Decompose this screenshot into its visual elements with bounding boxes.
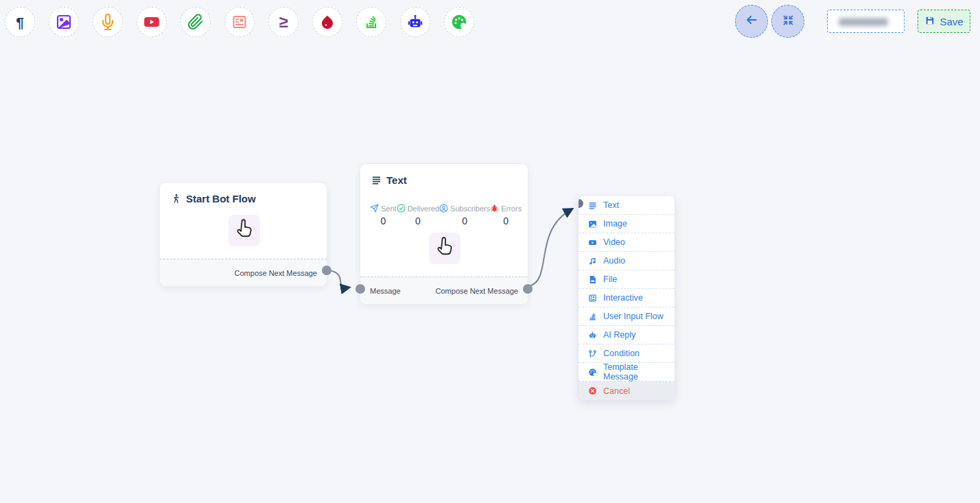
menu-item-label: Image: [603, 219, 627, 229]
greater-equal-icon: ≥: [279, 14, 288, 30]
text-node-header: Text: [360, 164, 528, 186]
user-input-flow-icon: [588, 312, 597, 321]
text-node-footer: Message Compose Next Message: [360, 277, 528, 304]
edge-start-to-text[interactable]: [329, 270, 349, 288]
condition-icon: [588, 349, 597, 358]
menu-item-label: Video: [603, 237, 625, 247]
user-circle-icon: [439, 204, 448, 213]
menu-item-label: Text: [603, 200, 619, 210]
edge-text-to-menu[interactable]: [529, 209, 572, 286]
menu-item-image[interactable]: Image: [579, 215, 675, 233]
video-icon: [588, 238, 597, 247]
start-node-title: Start Bot Flow: [186, 193, 256, 204]
stat-errors: Errors 0: [490, 204, 522, 226]
menu-item-file[interactable]: File: [579, 270, 675, 289]
newspaper-icon: [231, 14, 248, 30]
text-lines-icon: [588, 201, 597, 210]
back-button[interactable]: [735, 5, 768, 38]
droplet-icon: [319, 14, 336, 30]
toolbar-text-button[interactable]: ¶: [5, 7, 35, 37]
stat-sent: Sent 0: [370, 204, 397, 226]
toolbar-image-button[interactable]: [49, 7, 79, 37]
toolbar-user-input-flow-button[interactable]: [356, 7, 386, 37]
text-node[interactable]: Text Sent 0 Delivered 0: [360, 163, 528, 305]
palette-icon: [450, 13, 468, 31]
compress-icon: [782, 14, 794, 29]
stat-subscribers: Subscribers 0: [439, 204, 490, 226]
menu-item-interactive[interactable]: Interactive: [579, 289, 675, 307]
text-lines-icon: [371, 175, 382, 185]
menu-item-text[interactable]: Text: [579, 196, 675, 215]
menu-item-condition[interactable]: Condition: [579, 344, 675, 363]
menu-item-label: Cancel: [603, 386, 630, 396]
robot-icon: [406, 13, 424, 31]
paperclip-icon: [187, 14, 204, 30]
menu-item-audio[interactable]: Audio: [579, 252, 675, 270]
menu-item-label: File: [603, 274, 617, 284]
arrow-left-icon: [745, 13, 758, 30]
start-node-header: Start Bot Flow: [160, 183, 327, 204]
floppy-disk-icon: [924, 15, 935, 28]
text-input-label: Message: [370, 287, 401, 295]
ai-reply-icon: [588, 331, 597, 340]
drag-handle[interactable]: [429, 233, 460, 264]
menu-item-label: Condition: [603, 349, 640, 358]
stat-delivered-label: Delivered: [408, 204, 439, 213]
hand-pointer-icon: [234, 218, 255, 243]
fit-view-button[interactable]: [771, 5, 804, 38]
text-output-label: Compose Next Message: [436, 287, 518, 295]
walking-person-icon: [171, 193, 181, 204]
stat-delivered-value: 0: [415, 215, 421, 226]
text-node-title: Text: [386, 174, 407, 186]
start-output-handle[interactable]: [322, 266, 331, 275]
check-circle-icon: [397, 204, 406, 213]
stat-sent-value: 0: [380, 215, 386, 226]
file-icon: [588, 275, 597, 284]
toolbar-drip-button[interactable]: [312, 7, 342, 37]
add-node-context-menu: Text Image Video Audio File Interactive: [579, 196, 675, 400]
flow-name-redacted: [839, 18, 888, 26]
menu-item-label: Audio: [603, 256, 625, 266]
menu-item-ai-reply[interactable]: AI Reply: [579, 326, 675, 344]
menu-item-template-message[interactable]: Template Message: [579, 363, 675, 382]
start-node-footer: Compose Next Message: [160, 259, 327, 286]
menu-item-label: Template Message: [603, 362, 665, 382]
toolbar-template-message-button[interactable]: [444, 7, 474, 37]
stat-subscribers-label: Subscribers: [450, 204, 490, 213]
flow-name-input[interactable]: [827, 10, 905, 33]
menu-item-video[interactable]: Video: [579, 233, 675, 252]
toolbar-file-button[interactable]: [180, 7, 211, 37]
text-input-handle[interactable]: [355, 284, 365, 294]
stat-subscribers-value: 0: [462, 215, 467, 226]
stat-delivered: Delivered 0: [397, 204, 439, 226]
image-icon: [56, 14, 72, 30]
cancel-icon: [588, 386, 597, 395]
save-button[interactable]: Save: [918, 10, 970, 33]
text-output-handle[interactable]: [523, 284, 533, 294]
stat-errors-value: 0: [503, 215, 509, 226]
drag-handle[interactable]: [229, 215, 260, 246]
youtube-icon: [143, 13, 161, 31]
menu-item-cancel[interactable]: Cancel: [579, 382, 675, 400]
menu-item-user-input-flow[interactable]: User Input Flow: [579, 307, 675, 326]
stat-errors-label: Errors: [501, 204, 522, 213]
pilcrow-icon: ¶: [16, 15, 24, 30]
toolbar-video-button[interactable]: [137, 7, 167, 37]
save-button-label: Save: [940, 16, 963, 27]
toolbar-audio-button[interactable]: [93, 7, 123, 37]
menu-item-label: AI Reply: [603, 330, 635, 340]
bug-icon: [490, 204, 499, 213]
toolbar-condition-button[interactable]: ≥: [268, 7, 299, 37]
hand-pointer-icon: [434, 236, 455, 261]
interactive-icon: [588, 294, 597, 303]
toolbar-ai-reply-button[interactable]: [400, 7, 430, 37]
start-bot-flow-node[interactable]: Start Bot Flow Compose Next Message: [159, 182, 327, 287]
start-output-label: Compose Next Message: [235, 269, 317, 277]
toolbar-interactive-button[interactable]: [224, 7, 255, 37]
template-message-icon: [588, 368, 597, 377]
microphone-icon: [100, 14, 116, 30]
stat-sent-label: Sent: [381, 204, 397, 213]
image-icon: [588, 220, 597, 229]
menu-item-label: User Input Flow: [603, 312, 664, 321]
send-icon: [370, 204, 379, 213]
